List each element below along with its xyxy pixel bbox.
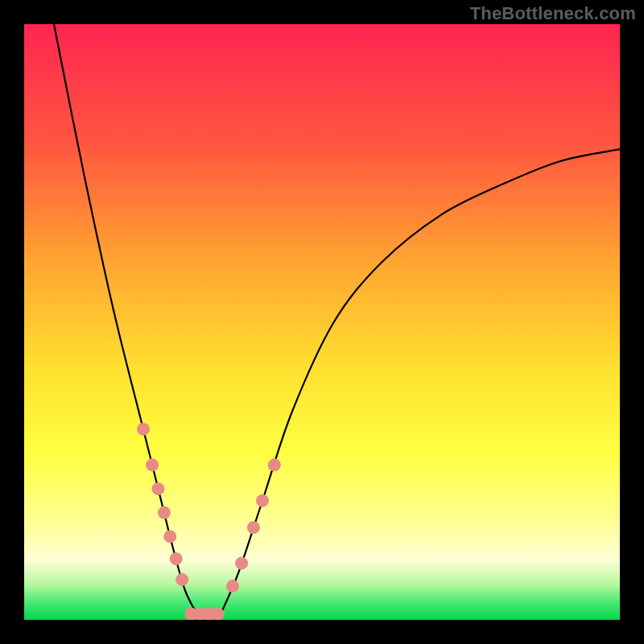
data-dot (256, 494, 269, 507)
plot-area (24, 24, 620, 620)
data-dot (152, 482, 165, 495)
left-curve (54, 24, 197, 614)
data-dot (158, 506, 171, 519)
data-dot (268, 459, 281, 472)
curve-layer (24, 24, 620, 620)
chart-frame: TheBottleneck.com (0, 0, 644, 644)
data-dot (170, 552, 183, 565)
data-dot (226, 580, 239, 592)
data-dot (212, 608, 225, 620)
dot-markers (137, 423, 281, 620)
data-dot (137, 423, 150, 436)
data-dot (175, 573, 188, 586)
right-curve (221, 149, 620, 613)
watermark-text: TheBottleneck.com (470, 3, 636, 24)
data-dot (163, 530, 176, 543)
data-dot (247, 521, 260, 534)
data-dot (235, 557, 248, 570)
data-dot (146, 459, 159, 472)
